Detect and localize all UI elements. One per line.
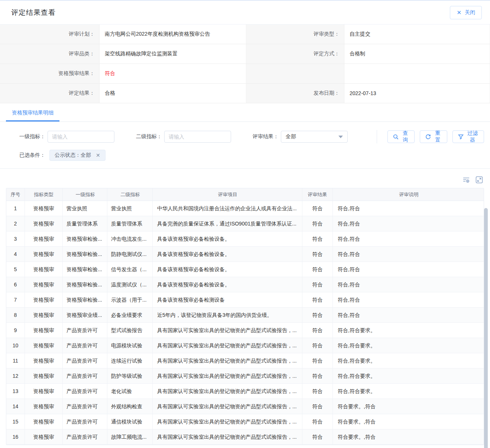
cell-level2: 防静电测试仪... xyxy=(107,247,153,262)
cell-result: 符合 xyxy=(302,338,333,353)
cell-item: 具备该资格预审必备检测设备 xyxy=(153,292,302,308)
selected-conditions-row: 已选条件： 公示状态：全部 ✕ xyxy=(0,143,490,161)
level2-indicator-input[interactable] xyxy=(164,131,231,143)
cell-note: 符合,符合要求。 xyxy=(333,369,484,384)
cell-level1: 资格预审检验... xyxy=(63,292,107,308)
column-header-seq: 序号 xyxy=(6,188,25,201)
cell-note: 符合要求。,符合 xyxy=(333,399,484,414)
cell-item: 具有国家认可实验室出具的登记物资的产品型式试验报告，... xyxy=(153,353,302,369)
cell-level2: 防护等级试验 xyxy=(107,369,153,384)
cell-type: 资格预审 xyxy=(25,429,63,445)
cell-item: 具有国家认可实验室出具的登记物资的产品型式试验报告，... xyxy=(153,323,302,338)
condition-tag[interactable]: 公示状态：全部 ✕ xyxy=(49,150,106,161)
cell-level2: 温度测试仪（... xyxy=(107,277,153,292)
chevron-down-icon xyxy=(338,136,343,138)
cell-level1: 资格预审业绩... xyxy=(63,308,107,323)
tag-close-icon[interactable]: ✕ xyxy=(96,153,100,158)
cell-result: 符合 xyxy=(302,369,333,384)
cell-item: 中华人民共和国境内注册合法运作的企业法人或具有企业法... xyxy=(153,201,302,216)
cell-seq: 9 xyxy=(6,323,25,338)
cell-seq: 8 xyxy=(6,308,25,323)
search-button-label: 查询 xyxy=(402,130,409,143)
table-toolbar xyxy=(0,169,490,188)
column-header-type: 指标类型 xyxy=(25,188,63,201)
reset-button[interactable]: 重置 xyxy=(420,130,447,143)
info-value-review-plan: 南方电网公司2022年度检测机构资格预审公告 xyxy=(100,25,246,44)
column-settings-icon[interactable] xyxy=(462,176,470,184)
info-value-prequalification-result: 符合 xyxy=(100,64,246,84)
table-row: 3资格预审资格预审检验...冲击电流发生...具备该资格预审必备检验设备。符合符… xyxy=(6,231,484,247)
cell-type: 资格预审 xyxy=(25,277,63,292)
info-value-review-category: 架空线路精确故障定位监测装置 xyxy=(100,44,246,64)
table-row: 12资格预审产品资质许可防护等级试验具有国家认可实验室出具的登记物资的产品型式试… xyxy=(6,369,484,384)
table-body: 1资格预审营业执照营业执照中华人民共和国境内注册合法运作的企业法人或具有企业法.… xyxy=(6,201,484,445)
cell-level1: 产品资质许可 xyxy=(63,384,107,399)
cell-type: 资格预审 xyxy=(25,231,63,247)
level2-indicator-label: 二级指标： xyxy=(136,133,162,140)
cell-level2: 信号发生器（... xyxy=(107,262,153,277)
cell-item: 具备该资格预审必备检验设备。 xyxy=(153,247,302,262)
search-button[interactable]: 查询 xyxy=(387,130,415,143)
info-label: 评审类型： xyxy=(246,25,344,44)
info-label: 评定方式： xyxy=(246,44,344,64)
cell-result: 符合 xyxy=(302,308,333,323)
table-scrollbar-thumb[interactable] xyxy=(484,208,488,448)
cell-seq: 13 xyxy=(6,384,25,399)
cell-result: 符合 xyxy=(302,292,333,308)
filter-row: 一级指标： 二级指标： 评审结果： 全部 查询 重置 xyxy=(0,122,490,143)
column-header-level1: 一级指标 xyxy=(63,188,107,201)
cell-type: 资格预审 xyxy=(25,308,63,323)
table-row: 11资格预审产品资质许可连续运行试验具有国家认可实验室出具的登记物资的产品型式试… xyxy=(6,353,484,369)
cell-note: 符合要求。,符合 xyxy=(333,414,484,429)
cell-note: 符合,符合 xyxy=(333,262,484,277)
cell-level1: 资格预审检验... xyxy=(63,277,107,292)
cell-result: 符合 xyxy=(302,429,333,445)
cell-result: 符合 xyxy=(302,231,333,247)
cell-seq: 14 xyxy=(6,399,25,414)
cell-note: 符合,符合 xyxy=(333,216,484,231)
cell-level2: 老化试验 xyxy=(107,384,153,399)
selected-conditions-label: 已选条件： xyxy=(19,152,45,159)
cell-result: 符合 xyxy=(302,384,333,399)
column-header-note: 评审说明 xyxy=(333,188,484,201)
cell-seq: 3 xyxy=(6,231,25,247)
level1-indicator-input[interactable] xyxy=(48,131,114,143)
info-label: 评定结果： xyxy=(0,84,100,103)
cell-result: 符合 xyxy=(302,414,333,429)
search-icon xyxy=(393,134,399,140)
filter-button[interactable]: 过滤器 xyxy=(452,130,484,143)
cell-item: 具有国家认可实验室出具的登记物资的产品型式试验报告，... xyxy=(153,429,302,445)
cell-note: 符合,符合要求。 xyxy=(333,384,484,399)
cell-note: 符合,符合 xyxy=(333,231,484,247)
cell-type: 资格预审 xyxy=(25,262,63,277)
cell-result: 符合 xyxy=(302,399,333,414)
cell-result: 符合 xyxy=(302,323,333,338)
cell-note: 符合,符合 xyxy=(333,308,484,323)
table-row: 13资格预审产品资质许可老化试验具有国家认可实验室出具的登记物资的产品型式试验报… xyxy=(6,384,484,399)
fullscreen-expand-icon[interactable] xyxy=(475,176,483,184)
cell-level2: 质量管理体系 xyxy=(107,216,153,231)
cell-level1: 产品资质许可 xyxy=(63,429,107,445)
review-result-select[interactable]: 全部 xyxy=(281,131,348,143)
cell-note: 符合,符合 xyxy=(333,247,484,262)
filter-divider xyxy=(377,130,377,143)
tab-prequalification-detail[interactable]: 资格预审结果明细 xyxy=(6,104,59,121)
cell-level2: 冲击电流发生... xyxy=(107,231,153,247)
cell-type: 资格预审 xyxy=(25,414,63,429)
table-row: 10资格预审产品资质许可电源模块试验具有国家认可实验室出具的登记物资的产品型式试… xyxy=(6,338,484,353)
review-result-label: 评审结果： xyxy=(253,133,279,140)
cell-item: 具有国家认可实验室出具的登记物资的产品型式试验报告，... xyxy=(153,369,302,384)
page-header: 评定结果查看 ✕ 关闭 xyxy=(0,1,490,25)
cell-seq: 16 xyxy=(6,429,25,445)
cell-type: 资格预审 xyxy=(25,369,63,384)
cell-result: 符合 xyxy=(302,247,333,262)
summary-info-grid: 评审计划： 南方电网公司2022年度检测机构资格预审公告 评审类型： 自主提交 … xyxy=(0,25,490,103)
close-button[interactable]: ✕ 关闭 xyxy=(450,6,482,19)
cell-result: 符合 xyxy=(302,262,333,277)
column-header-item: 评审项目 xyxy=(153,188,302,201)
cell-note: 符合,符合 xyxy=(333,292,484,308)
cell-level1: 营业执照 xyxy=(63,201,107,216)
cell-type: 资格预审 xyxy=(25,201,63,216)
info-value-publish-date: 2022-07-13 xyxy=(344,84,490,103)
cell-type: 资格预审 xyxy=(25,247,63,262)
